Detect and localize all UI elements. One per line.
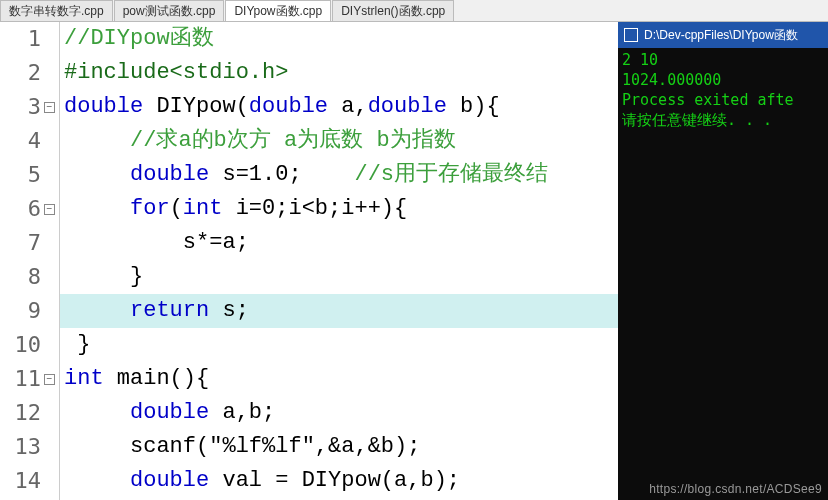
console-output[interactable]: 2 101024.000000Process exited afte请按任意键继… [618,48,828,132]
tab-bar: 数字串转数字.cpppow测试函数.cppDIYpow函数.cppDIYstrl… [0,0,828,22]
line-number: 11− [0,362,55,396]
code-line[interactable]: //DIYpow函数 [60,22,618,56]
code-editor[interactable]: 123−456−7891011−121314 //DIYpow函数#includ… [0,22,618,500]
line-number: 3− [0,90,55,124]
tab[interactable]: DIYstrlen()函数.cpp [332,0,454,21]
main-area: 123−456−7891011−121314 //DIYpow函数#includ… [0,22,828,500]
line-number: 9 [0,294,55,328]
code-line[interactable]: #include<stdio.h> [60,56,618,90]
line-number: 8 [0,260,55,294]
line-number: 7 [0,226,55,260]
code-body[interactable]: //DIYpow函数#include<stdio.h>double DIYpow… [60,22,618,500]
line-number: 10 [0,328,55,362]
code-line[interactable]: s*=a; [60,226,618,260]
line-number: 2 [0,56,55,90]
line-number: 14 [0,464,55,498]
code-line[interactable]: double s=1.0; //s用于存储最终结 [60,158,618,192]
line-number: 4 [0,124,55,158]
fold-icon[interactable]: − [44,204,55,215]
fold-icon[interactable]: − [44,102,55,113]
tab[interactable]: DIYpow函数.cpp [225,0,331,21]
console-titlebar[interactable]: D:\Dev-cppFiles\DIYpow函数 [618,22,828,48]
code-line[interactable]: } [60,328,618,362]
code-line[interactable]: scanf("%lf%lf",&a,&b); [60,430,618,464]
code-line[interactable]: } [60,260,618,294]
console-panel: D:\Dev-cppFiles\DIYpow函数 2 101024.000000… [618,22,828,500]
code-line[interactable]: for(int i=0;i<b;i++){ [60,192,618,226]
console-line: 1024.000000 [622,70,824,90]
console-line: Process exited afte [622,90,824,110]
code-line[interactable]: int main(){ [60,362,618,396]
tab[interactable]: pow测试函数.cpp [114,0,225,21]
code-line[interactable]: //求a的b次方 a为底数 b为指数 [60,124,618,158]
tab[interactable]: 数字串转数字.cpp [0,0,113,21]
code-line[interactable]: double DIYpow(double a,double b){ [60,90,618,124]
line-gutter: 123−456−7891011−121314 [0,22,60,500]
line-number: 13 [0,430,55,464]
line-number: 12 [0,396,55,430]
console-icon [624,28,638,42]
code-line[interactable]: return s; [60,294,618,328]
console-line: 2 10 [622,50,824,70]
console-line: 请按任意键继续. . . [622,110,824,130]
line-number: 1 [0,22,55,56]
fold-icon[interactable]: − [44,374,55,385]
watermark: https://blog.csdn.net/ACDSee9 [649,482,822,496]
code-line[interactable]: double a,b; [60,396,618,430]
line-number: 6− [0,192,55,226]
code-line[interactable]: double val = DIYpow(a,b); [60,464,618,498]
console-title-text: D:\Dev-cppFiles\DIYpow函数 [644,27,798,44]
line-number: 5 [0,158,55,192]
